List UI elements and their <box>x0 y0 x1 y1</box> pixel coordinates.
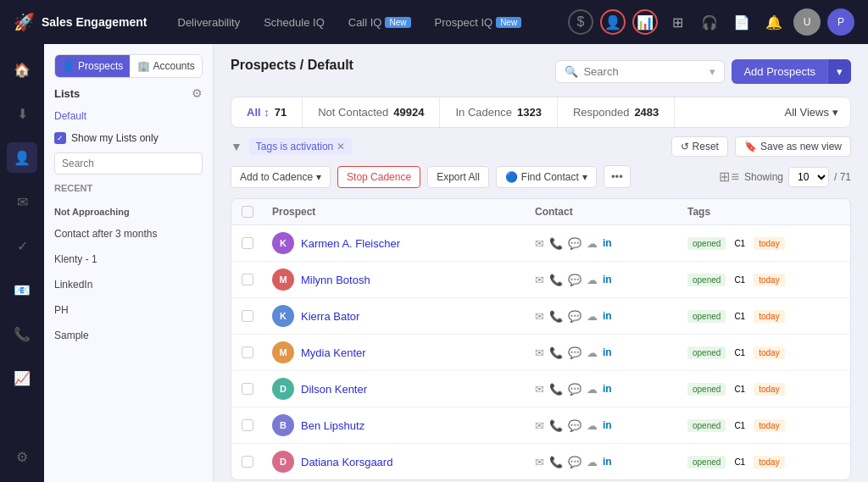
export-all-button[interactable]: Export All <box>427 166 489 188</box>
add-to-cadence-button[interactable]: Add to Cadence ▾ <box>231 166 331 188</box>
phone-icon-6[interactable]: 📞 <box>549 456 563 468</box>
linkedin-icon-4[interactable]: in <box>603 383 612 395</box>
prospect-name-4[interactable]: Dilson Kenter <box>301 383 367 396</box>
show-my-lists-checkbox[interactable]: ✓ <box>54 132 66 144</box>
row-checkbox-0[interactable] <box>242 237 253 249</box>
tab-accounts[interactable]: 🏢 Accounts <box>130 55 202 77</box>
save-view-button[interactable]: 🔖 Save as new view <box>735 136 851 157</box>
row-checkbox-4[interactable] <box>242 383 253 395</box>
sidebar-phone-icon[interactable]: 📞 <box>7 319 37 349</box>
all-views-button[interactable]: All Views ▾ <box>772 97 850 127</box>
list-item-sample[interactable]: Sample <box>54 327 203 344</box>
cloud-icon-0[interactable]: ☁ <box>587 237 598 250</box>
filter-close-icon[interactable]: ✕ <box>337 141 345 152</box>
dollar-icon[interactable]: $ <box>568 9 593 35</box>
email-icon-0[interactable]: ✉ <box>535 237 544 250</box>
list-item-linkedin[interactable]: LinkedIn <box>54 276 203 293</box>
person-icon[interactable]: 👤 <box>600 9 626 35</box>
stat-in-cadence[interactable]: In Cadence 1323 <box>440 97 557 127</box>
sidebar-email-icon[interactable]: 📧 <box>7 274 37 305</box>
stat-responded[interactable]: Responded 2483 <box>558 97 675 127</box>
phone-icon-1[interactable]: 📞 <box>549 274 563 286</box>
find-contact-button[interactable]: 🔵 Find Contact ▾ <box>496 166 597 188</box>
list-view-button[interactable]: ≡ <box>732 169 739 185</box>
email-icon-1[interactable]: ✉ <box>535 274 544 286</box>
row-checkbox-5[interactable] <box>242 419 253 431</box>
nav-deliverability[interactable]: Deliverability <box>168 11 251 34</box>
sidebar-home-icon[interactable]: 🏠 <box>7 54 37 85</box>
sidebar-person-icon[interactable]: 👤 <box>7 142 37 173</box>
chat-icon-0[interactable]: 💬 <box>568 237 581 250</box>
linkedin-icon-6[interactable]: in <box>603 456 612 468</box>
cloud-icon-5[interactable]: ☁ <box>587 419 598 432</box>
avatar-2[interactable]: P <box>827 8 854 36</box>
stat-all[interactable]: All ↕ 71 <box>231 97 303 127</box>
stop-cadence-button[interactable]: Stop Cadence <box>337 166 420 188</box>
email-icon-5[interactable]: ✉ <box>535 419 544 432</box>
chat-icon-3[interactable]: 💬 <box>568 346 581 359</box>
chat-icon-6[interactable]: 💬 <box>568 456 581 468</box>
phone-icon-4[interactable]: 📞 <box>549 383 563 396</box>
prospect-name-5[interactable]: Ben Lipshutz <box>301 419 364 432</box>
bell-icon[interactable]: 🔔 <box>761 9 787 35</box>
nav-schedule-iq[interactable]: Schedule IQ <box>253 11 335 34</box>
lists-gear-icon[interactable]: ⚙ <box>192 86 203 100</box>
grid-icon[interactable]: ⊞ <box>665 9 690 35</box>
row-checkbox-6[interactable] <box>242 456 253 468</box>
cloud-icon-2[interactable]: ☁ <box>587 310 598 323</box>
cloud-icon-4[interactable]: ☁ <box>587 383 598 396</box>
headset-icon[interactable]: 🎧 <box>697 9 722 35</box>
chat-icon-5[interactable]: 💬 <box>568 419 581 432</box>
email-icon-2[interactable]: ✉ <box>535 310 544 323</box>
list-item-contact-after-3-months[interactable]: Contact after 3 months <box>54 225 203 242</box>
add-prospects-arrow-icon[interactable]: ▾ <box>827 59 851 84</box>
select-all-checkbox[interactable] <box>242 206 253 218</box>
linkedin-icon-2[interactable]: in <box>603 310 612 322</box>
chat-icon-1[interactable]: 💬 <box>568 274 581 286</box>
phone-icon-0[interactable]: 📞 <box>549 237 563 250</box>
add-prospects-button[interactable]: Add Prospects ▾ <box>732 59 851 84</box>
cloud-icon-3[interactable]: ☁ <box>587 346 598 359</box>
email-icon-4[interactable]: ✉ <box>535 383 544 396</box>
row-checkbox-2[interactable] <box>242 310 253 322</box>
doc-icon[interactable]: 📄 <box>729 9 754 35</box>
list-search-input[interactable] <box>54 152 203 175</box>
list-item-klenty-1[interactable]: Klenty - 1 <box>54 251 203 268</box>
linkedin-icon-3[interactable]: in <box>603 346 612 358</box>
nav-call-iq[interactable]: Call IQ New <box>338 11 421 34</box>
prospect-name-2[interactable]: Kierra Bator <box>301 310 359 323</box>
sidebar-download-icon[interactable]: ⬇ <box>7 98 37 129</box>
cloud-icon-6[interactable]: ☁ <box>587 456 598 468</box>
phone-icon-5[interactable]: 📞 <box>549 419 563 432</box>
linkedin-icon-1[interactable]: in <box>603 274 612 285</box>
showing-select[interactable]: 102550 <box>788 167 829 187</box>
chart-icon[interactable]: 📊 <box>632 9 658 35</box>
stat-not-contacted[interactable]: Not Contacted 49924 <box>303 97 440 127</box>
sidebar-chart-icon[interactable]: 📈 <box>7 363 37 393</box>
phone-icon-2[interactable]: 📞 <box>549 310 563 323</box>
grid-view-button[interactable]: ⊞ <box>719 169 730 185</box>
sidebar-send-icon[interactable]: ✉ <box>7 186 37 217</box>
default-list-item[interactable]: Default <box>54 108 203 124</box>
tab-prospects[interactable]: 👤 Prospects <box>55 55 130 77</box>
chat-icon-2[interactable]: 💬 <box>568 310 581 323</box>
row-checkbox-1[interactable] <box>242 274 253 285</box>
prospect-name-1[interactable]: Milynn Botosh <box>301 274 370 286</box>
reset-button[interactable]: ↺ Reset <box>671 136 728 157</box>
search-input[interactable] <box>583 65 702 78</box>
chat-icon-4[interactable]: 💬 <box>568 383 581 396</box>
filter-tag[interactable]: Tags is activation ✕ <box>249 138 352 155</box>
row-checkbox-3[interactable] <box>242 346 253 358</box>
prospect-name-0[interactable]: Karmen A. Fleischer <box>301 237 400 250</box>
linkedin-icon-0[interactable]: in <box>603 237 612 249</box>
more-actions-button[interactable]: ••• <box>604 165 631 188</box>
prospect-name-6[interactable]: Datiana Korsgaard <box>301 456 392 468</box>
phone-icon-3[interactable]: 📞 <box>549 346 563 359</box>
list-item-ph[interactable]: PH <box>54 302 203 319</box>
nav-prospect-iq[interactable]: Prospect IQ New <box>425 11 532 34</box>
sidebar-settings-icon[interactable]: ⚙ <box>7 441 37 472</box>
avatar[interactable]: U <box>793 8 821 36</box>
sidebar-check-icon[interactable]: ✓ <box>7 230 37 261</box>
email-icon-3[interactable]: ✉ <box>535 346 544 359</box>
linkedin-icon-5[interactable]: in <box>603 419 612 431</box>
